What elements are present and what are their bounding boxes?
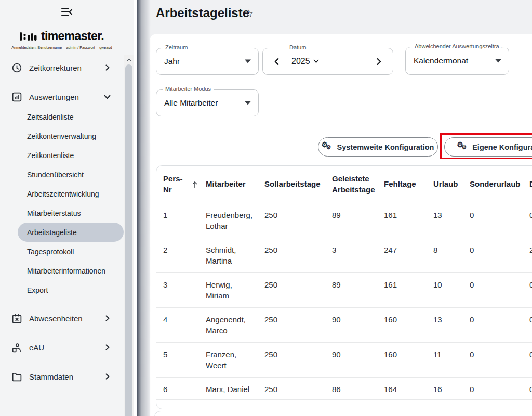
column-header-truncated[interactable]: D [523,174,532,194]
eigene-konfiguration-button[interactable]: ⚙⚙ Eigene Konfiguration [444,137,532,157]
brand-logo: timemaster. Anmeldedaten: Benutzername =… [0,29,124,49]
column-header-geleistete-arbeitstage[interactable]: Geleistete Arbeitstage [325,168,377,200]
cell-sonderurlaub: 0 [463,343,523,364]
sidebar-item-arbeitstageliste-selected[interactable]: Arbeitstageliste [18,223,124,242]
chevron-right-icon [104,64,111,71]
cell-fehltage: 160 [377,343,427,364]
dropdown-arrow-icon [245,101,251,105]
cell-sollarbeitstage: 250 [258,308,325,329]
cell-sollarbeitstage: 250 [258,238,325,259]
abweichender-zeitraum-value: Kalendermonat [414,56,468,66]
cell-mitarbeiter: Herwig, Miriam [199,273,258,305]
cell-geleistete: 89 [325,203,377,225]
cell-pers-nr: 5 [156,343,199,364]
sidebar-item-abwesenheiten[interactable]: Abwesenheiten [0,310,134,327]
datum-prev-icon[interactable] [273,58,280,66]
cell-mitarbeiter: Franzen, Weert [199,343,258,375]
sidebar-item-zeitkontenliste[interactable]: Zeitkontenliste [0,146,134,165]
cell-mitarbeiter: Angenendt, Marco [199,308,258,340]
table-row[interactable]: 3 Herwig, Miriam 250 89 161 10 0 0 [156,273,532,308]
gears-icon: ⚙⚙ [322,142,332,152]
menu-collapse-icon[interactable] [60,5,73,19]
timemaster-logo-mark-icon [20,31,37,42]
cell-urlaub: 13 [427,308,463,329]
sidebar-item-label: Auswertungen [29,93,79,101]
sidebar-item-zeitkontenverwaltung[interactable]: Zeitkontenverwaltung [0,126,134,146]
cell-fehltage: 161 [377,273,427,294]
sidebar-item-stammdaten[interactable]: Stammdaten [0,368,134,385]
mitarbeiter-modus-label: Mitarbeiter Modus [163,86,214,92]
cell-urlaub: 13 [427,203,463,225]
table-row[interactable]: 2 Schmidt, Martina 250 3 247 8 0 2 [156,238,532,273]
table-row[interactable]: 1 Freudenberg, Lothar 250 89 161 13 0 0 [156,203,532,238]
calendar-x-icon [11,313,22,324]
abweichender-zeitraum-select[interactable]: Abweichender Auswertungszeitra... Kalend… [405,47,509,75]
sidebar-item-arbeitszeitentwicklung[interactable]: Arbeitszeitentwicklung [0,184,134,203]
column-header-sollarbeitstage[interactable]: Sollarbeitstage [258,174,325,194]
sidebar-item-mitarbeiterstatus[interactable]: Mitarbeiterstatus [0,203,134,223]
main-content: Arbeitstageliste ☆ Zeitraum Jahr Datum 2… [137,0,532,416]
brand-name: timemaster. [41,29,104,43]
datum-value: 2025 [291,57,310,66]
sidebar-item-tagesprotokoll[interactable]: Tagesprotokoll [0,242,134,261]
table-row[interactable]: 4 Angenendt, Marco 250 90 160 13 0 0 [156,308,532,343]
column-header-pers-nr[interactable]: Pers-Nr [156,168,199,200]
gears-icon: ⚙⚙ [457,142,468,152]
zeitraum-value: Jahr [164,57,180,66]
cell-fehltage: 247 [377,238,427,259]
table-header-row: Pers-Nr Mitarbeiter Sollarbeitstage Gele… [156,166,532,203]
sidebar-item-eau[interactable]: eAU [0,339,134,356]
sidebar-nav: Zeitkorrekturen Auswertungen Zeitsaldenl… [0,53,134,385]
cell-sollarbeitstage: 250 [258,343,325,364]
cell-pers-nr: 2 [156,238,199,259]
sidebar-item-auswertungen[interactable]: Auswertungen [0,88,134,105]
cell-geleistete: 3 [325,238,377,259]
cell-d: 0 [523,378,532,399]
sidebar-item-mitarbeiterinformationen[interactable]: Mitarbeiterinformationen [0,261,134,280]
cell-pers-nr: 4 [156,308,199,329]
cell-sollarbeitstage: 250 [258,203,325,225]
systemweite-konfiguration-button[interactable]: ⚙⚙ Systemweite Konfiguration [318,137,438,157]
column-header-sonderurlaub[interactable]: Sonderurlaub [463,174,523,194]
arbeitstage-table: Pers-Nr Mitarbeiter Sollarbeitstage Gele… [156,165,532,409]
cell-sonderurlaub: 0 [463,238,523,259]
table-row[interactable]: 5 Franzen, Weert 250 90 160 11 0 0 [156,343,532,378]
auswertungen-submenu: Zeitsaldenliste Zeitkontenverwaltung Zei… [0,107,134,300]
cell-sonderurlaub: 0 [463,378,523,399]
favorite-star-icon[interactable]: ☆ [244,7,254,20]
sidebar-main-divider [134,0,137,416]
cell-d: 0 [523,203,532,225]
sort-ascending-icon [192,180,198,188]
mitarbeiter-modus-select[interactable]: Mitarbeiter Modus Alle Mitarbeiter [156,89,259,116]
chevron-right-icon [104,344,111,350]
cell-pers-nr: 3 [156,273,199,294]
column-header-fehltage[interactable]: Fehltage [377,174,427,194]
cell-d: 2 [523,238,532,259]
cell-sollarbeitstage: 250 [258,378,325,399]
zeitraum-label: Zeitraum [163,44,190,50]
sidebar-scrollbar[interactable] [124,55,134,416]
column-header-urlaub[interactable]: Urlaub [427,174,463,194]
chevron-down-icon [104,94,111,100]
page-title: Arbeitstageliste [156,6,249,20]
column-header-mitarbeiter[interactable]: Mitarbeiter [199,174,258,194]
sidebar-item-export[interactable]: Export [0,280,134,300]
table-row[interactable]: 6 Marx, Daniel 250 86 164 16 0 0 [156,378,532,400]
sidebar-item-zeitkorrekturen[interactable]: Zeitkorrekturen [0,59,134,76]
datum-year-select[interactable]: 2025 [291,57,319,66]
dropdown-arrow-icon [495,59,501,63]
scrollbar-thumb[interactable] [125,64,132,416]
zeitraum-select[interactable]: Zeitraum Jahr [156,48,259,75]
cell-d: 0 [523,273,532,294]
cell-urlaub: 8 [427,238,463,259]
sidebar-item-stundenuebersicht[interactable]: Stundenübersicht [0,165,134,184]
chevron-right-icon [104,373,111,380]
datum-next-icon[interactable] [376,58,382,66]
dropdown-arrow-icon [245,60,251,63]
scrollbar-up-arrow-icon[interactable] [124,56,134,64]
chevron-right-icon [104,315,111,321]
cell-pers-nr: 6 [156,378,199,399]
eigene-konfiguration-label: Eigene Konfiguration [472,143,532,151]
sidebar-item-zeitsaldenliste[interactable]: Zeitsaldenliste [0,107,134,126]
abweichender-zeitraum-label: Abweichender Auswertungszeitra... [412,43,507,49]
